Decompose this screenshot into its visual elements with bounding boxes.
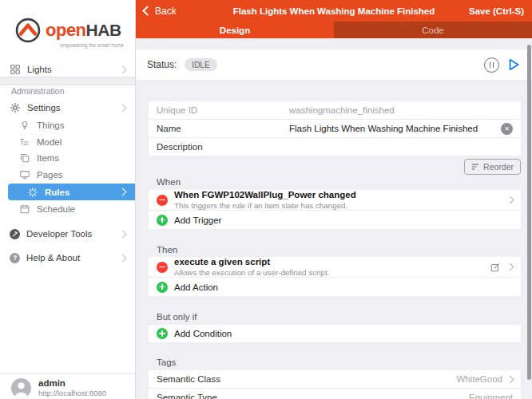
add-trigger-label: Add Trigger (174, 215, 513, 225)
status-label: Status: (147, 59, 177, 70)
plus-icon (157, 282, 168, 293)
sidebar-item-label: Model (37, 137, 125, 147)
sidebar-item-lights[interactable]: Lights (0, 61, 135, 77)
semantic-class-row[interactable]: Semantic Class WhiteGood (149, 370, 521, 388)
run-now-button[interactable] (506, 57, 521, 72)
sidebar: openHAB empowering the smart home Lights… (0, 0, 136, 399)
sidebar-item-rules[interactable]: Rules (8, 184, 135, 200)
gear-icon (10, 102, 21, 113)
rule-meta-card: Unique ID washingmachine_finished Name F… (149, 101, 521, 156)
sidebar-item-label: Help & About (26, 253, 113, 263)
edit-script-icon[interactable] (490, 262, 501, 273)
condition-card: Add Condition (149, 325, 521, 342)
reorder-icon (471, 163, 479, 171)
logo-text-open: open (46, 20, 86, 41)
sidebar-item-pages[interactable]: Pages (0, 167, 135, 183)
when-card: When FGWP102WallPlug_Power changed This … (149, 190, 521, 229)
sidebar-item-label: Developer Tools (26, 229, 113, 239)
action-subtitle: Allows the execution of a user-defined s… (174, 269, 483, 277)
sidebar-footer-divider (0, 373, 135, 374)
trigger-item[interactable]: When FGWP102WallPlug_Power changed This … (149, 190, 521, 210)
unique-id-value: washingmachine_finished (289, 105, 513, 115)
calendar-icon (19, 203, 30, 215)
plus-icon (157, 215, 168, 226)
reorder-button[interactable]: Reorder (464, 159, 521, 175)
chevron-right-icon (506, 263, 514, 271)
section-title-but-only-if: But only if (157, 312, 197, 322)
semantic-type-row[interactable]: Semantic Type Equipment (149, 388, 521, 399)
plus-icon (157, 328, 168, 339)
rule-editor-content: Status: IDLE Unique ID washingmachine_fi… (136, 38, 532, 399)
add-action-label: Add Action (174, 282, 513, 292)
model-tree-icon (19, 136, 30, 148)
tags-card: Semantic Class WhiteGood Semantic Type E… (149, 370, 521, 399)
add-trigger-button[interactable]: Add Trigger (149, 210, 521, 229)
sidebar-item-label: Lights (27, 65, 113, 74)
logo-text-hab: HAB (86, 21, 121, 40)
sidebar-divider (0, 77, 135, 85)
sidebar-item-developer-tools[interactable]: Developer Tools (0, 226, 135, 242)
openhab-logo-icon (14, 16, 42, 45)
section-title-then: Then (157, 245, 177, 255)
action-item[interactable]: execute a given script Allows the execut… (149, 257, 521, 277)
name-label: Name (157, 124, 284, 133)
status-badge: IDLE (185, 58, 216, 71)
username: admin (38, 378, 106, 388)
sidebar-item-items[interactable]: Items (0, 150, 135, 166)
chevron-right-icon (119, 254, 127, 262)
unique-id-row: Unique ID washingmachine_finished (149, 101, 521, 119)
scrollbar-thumb[interactable] (527, 45, 531, 380)
add-action-button[interactable]: Add Action (149, 277, 521, 296)
description-label: Description (157, 142, 284, 152)
lightbulb-icon (19, 120, 30, 131)
name-input[interactable]: Flash Lights When Washing Machine Finish… (289, 124, 496, 133)
pause-icon (490, 62, 491, 68)
user-account[interactable]: admin http://localhost:8080 (11, 378, 106, 398)
top-navbar: Flash Lights When Washing Machine Finish… (136, 0, 532, 22)
chevron-right-icon (119, 230, 127, 238)
back-label: Back (155, 6, 177, 17)
back-button[interactable]: Back (144, 6, 177, 17)
trigger-subtitle: This triggers the rule if an item state … (174, 202, 501, 210)
status-bar: Status: IDLE (136, 49, 532, 80)
remove-action-icon[interactable] (157, 262, 168, 273)
section-title-tags: Tags (157, 358, 176, 367)
tab-code[interactable]: Code (334, 22, 532, 38)
openhab-app-window: openHAB empowering the smart home Lights… (0, 0, 532, 399)
action-title: execute a given script (174, 258, 483, 267)
sidebar-item-label: Things (37, 120, 125, 130)
sidebar-item-label: Items (37, 153, 125, 163)
server-url: http://localhost:8080 (38, 389, 106, 397)
semantic-type-label: Semantic Type (157, 393, 464, 399)
sidebar-item-model[interactable]: Model (0, 134, 135, 150)
sidebar-item-help-about[interactable]: ? Help & About (0, 250, 135, 266)
unique-id-label: Unique ID (157, 105, 284, 115)
save-button[interactable]: Save (Ctrl-S) (469, 6, 524, 16)
semantic-class-label: Semantic Class (157, 374, 451, 384)
question-mark-icon: ? (10, 253, 20, 263)
section-title-when: When (157, 177, 181, 187)
clear-name-icon[interactable]: ✕ (501, 123, 513, 135)
sidebar-item-settings[interactable]: Settings (0, 100, 135, 116)
add-condition-button[interactable]: Add Condition (149, 325, 521, 342)
openhab-logo: openHAB empowering the smart home (14, 16, 125, 48)
sidebar-item-things[interactable]: Things (0, 117, 135, 133)
sidebar-section-administration: Administration (11, 86, 65, 96)
apps-grid-icon (10, 64, 21, 75)
sidebar-item-schedule[interactable]: Schedule (0, 201, 135, 217)
hammer-icon (10, 229, 20, 239)
semantic-class-value: WhiteGood (456, 374, 502, 384)
chevron-right-icon (119, 104, 127, 112)
disable-rule-button[interactable] (484, 57, 499, 73)
sidebar-item-label: Schedule (37, 204, 125, 214)
remove-trigger-icon[interactable] (157, 195, 168, 206)
sidebar-item-label: Pages (37, 170, 125, 180)
then-card: execute a given script Allows the execut… (149, 257, 521, 296)
chevron-right-icon (506, 375, 514, 383)
tab-bar: Design Code (136, 22, 532, 38)
description-row: Description (149, 137, 521, 156)
tab-design[interactable]: Design (136, 22, 334, 38)
sidebar-item-label: Settings (27, 103, 113, 113)
semantic-type-value: Equipment (469, 393, 513, 399)
copy-icon (19, 152, 30, 164)
